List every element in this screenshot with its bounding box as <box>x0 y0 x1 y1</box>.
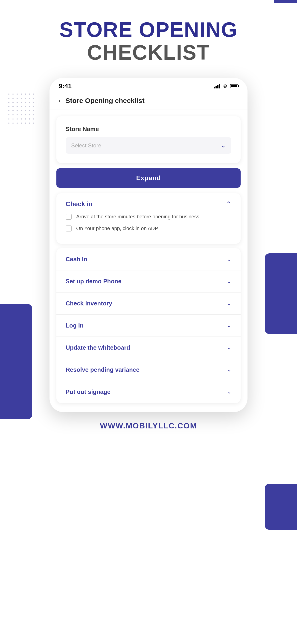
chevron-down-cash-in-icon: ⌄ <box>227 256 232 262</box>
battery-icon <box>230 84 238 88</box>
store-name-card: Store Name Select Store ⌄ <box>56 116 240 163</box>
accordion-label-log-in: Log in <box>66 322 84 329</box>
accordion-item-resolve-variance[interactable]: Resolve pending variance ⌄ <box>56 359 240 381</box>
checkin-item-2: On Your phone app, clock in on ADP <box>66 225 232 232</box>
wifi-icon: ⊛ <box>223 83 227 89</box>
chevron-down-login-icon: ⌄ <box>227 322 232 329</box>
status-bar: 9:41 ⊛ <box>50 78 248 92</box>
checkin-header: Check in ⌃ <box>66 200 232 208</box>
accordion-label-resolve-variance: Resolve pending variance <box>66 366 140 373</box>
app-header-title: Store Opening checklist <box>66 97 144 104</box>
store-select-dropdown[interactable]: Select Store ⌄ <box>66 137 232 154</box>
status-icons: ⊛ <box>214 83 238 89</box>
page-container: STORE OPENING CHECKLIST 9:41 ⊛ <box>0 0 297 444</box>
accordion-item-cash-in[interactable]: Cash In ⌄ <box>56 248 240 270</box>
checkbox-1[interactable] <box>66 214 72 220</box>
accordion-item-update-whiteboard[interactable]: Update the whiteboard ⌄ <box>56 337 240 359</box>
chevron-down-whiteboard-icon: ⌄ <box>227 344 232 351</box>
accordion-item-log-in[interactable]: Log in ⌄ <box>56 315 240 337</box>
chevron-up-icon[interactable]: ⌃ <box>226 200 232 208</box>
signal-bars-icon <box>214 84 220 88</box>
title-line1: STORE OPENING <box>60 18 238 41</box>
chevron-down-icon: ⌄ <box>221 142 226 149</box>
accordion-item-check-inventory[interactable]: Check Inventory ⌄ <box>56 292 240 315</box>
checkin-title: Check in <box>66 200 92 208</box>
store-select-placeholder: Select Store <box>71 142 101 149</box>
phone-mockup: 9:41 ⊛ ‹ Store Opening checklist <box>50 78 248 412</box>
accordion-container: Cash In ⌄ Set up demo Phone ⌄ Check Inve… <box>56 248 240 403</box>
bg-shape-right-bottom <box>265 484 297 530</box>
checkbox-2[interactable] <box>66 226 72 232</box>
footer-url: WWW.MOBILYLLC.COM <box>100 421 197 430</box>
chevron-down-setup-icon: ⌄ <box>227 278 232 284</box>
status-time: 9:41 <box>59 82 72 90</box>
accordion-item-put-out-signage[interactable]: Put out signage ⌄ <box>56 381 240 403</box>
checkin-text-1: Arrive at the store minutes before openi… <box>76 213 199 220</box>
checkin-item-1: Arrive at the store minutes before openi… <box>66 213 232 220</box>
app-header: ‹ Store Opening checklist <box>50 92 248 110</box>
footer: WWW.MOBILYLLC.COM <box>100 412 197 444</box>
accordion-label-setup-demo-phone: Set up demo Phone <box>66 278 122 285</box>
accordion-label-cash-in: Cash In <box>66 256 87 263</box>
back-button[interactable]: ‹ <box>59 97 61 104</box>
chevron-down-variance-icon: ⌄ <box>227 366 232 373</box>
accordion-label-put-out-signage: Put out signage <box>66 388 110 396</box>
checkin-section: Check in ⌃ Arrive at the store minutes b… <box>56 193 240 244</box>
expand-button[interactable]: Expand <box>56 168 240 188</box>
title-line2: CHECKLIST <box>60 41 238 64</box>
accordion-item-setup-demo-phone[interactable]: Set up demo Phone ⌄ <box>56 270 240 292</box>
chevron-down-signage-icon: ⌄ <box>227 388 232 395</box>
accordion-label-update-whiteboard: Update the whiteboard <box>66 344 130 351</box>
main-title: STORE OPENING CHECKLIST <box>60 18 238 64</box>
checkin-text-2: On Your phone app, clock in on ADP <box>76 225 158 232</box>
chevron-down-inventory-icon: ⌄ <box>227 300 232 306</box>
store-name-label: Store Name <box>66 126 232 133</box>
accordion-label-check-inventory: Check Inventory <box>66 300 112 307</box>
